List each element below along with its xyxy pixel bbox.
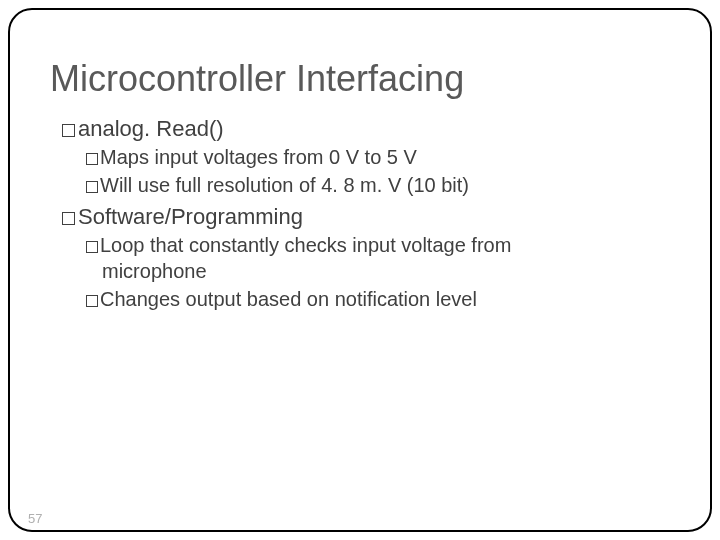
bullet-text: Will use full resolution of 4. 8 m. V (1… bbox=[100, 174, 469, 196]
slide-title: Microcontroller Interfacing bbox=[50, 58, 670, 100]
bullet-level1: analog. Read() bbox=[50, 116, 670, 142]
bullet-level2: Maps input voltages from 0 V to 5 V bbox=[50, 144, 670, 170]
square-bullet-icon bbox=[86, 153, 98, 165]
bullet-text: Changes output based on notification lev… bbox=[100, 288, 477, 310]
bullet-level1: Software/Programming bbox=[50, 204, 670, 230]
bullet-text: analog. Read() bbox=[78, 116, 224, 141]
bullet-continuation: microphone bbox=[50, 258, 670, 284]
bullet-text: microphone bbox=[102, 260, 207, 282]
bullet-level2: Will use full resolution of 4. 8 m. V (1… bbox=[50, 172, 670, 198]
slide-number: 57 bbox=[28, 511, 42, 526]
bullet-text: Loop that constantly checks input voltag… bbox=[100, 234, 511, 256]
square-bullet-icon bbox=[62, 212, 75, 225]
bullet-text: Software/Programming bbox=[78, 204, 303, 229]
square-bullet-icon bbox=[86, 295, 98, 307]
bullet-level2: Loop that constantly checks input voltag… bbox=[50, 232, 670, 258]
slide-frame: Microcontroller Interfacing analog. Read… bbox=[8, 8, 712, 532]
bullet-text: Maps input voltages from 0 V to 5 V bbox=[100, 146, 417, 168]
square-bullet-icon bbox=[86, 181, 98, 193]
square-bullet-icon bbox=[86, 241, 98, 253]
bullet-level2: Changes output based on notification lev… bbox=[50, 286, 670, 312]
square-bullet-icon bbox=[62, 124, 75, 137]
